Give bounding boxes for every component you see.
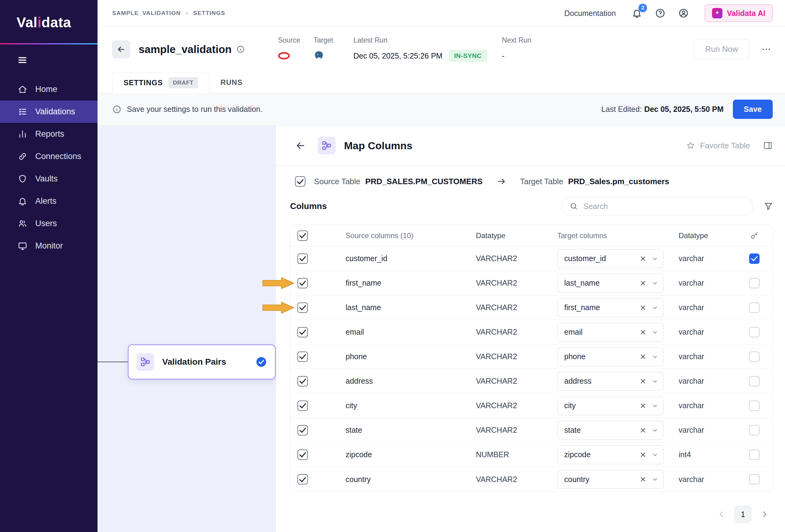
clear-icon[interactable]: [639, 377, 647, 385]
tab-settings[interactable]: SETTINGS DRAFT: [112, 72, 209, 93]
target-column-dropdown[interactable]: city: [557, 396, 664, 415]
sidebar-item-connections[interactable]: Connections: [0, 145, 98, 168]
key-checkbox[interactable]: [749, 327, 760, 338]
chevron-down-icon[interactable]: [652, 304, 658, 311]
key-checkbox[interactable]: [749, 302, 760, 313]
documentation-link[interactable]: Documentation: [564, 9, 616, 18]
row-select-checkbox[interactable]: [298, 450, 308, 460]
row-select-checkbox[interactable]: [298, 401, 308, 411]
target-column-dropdown[interactable]: phone: [557, 347, 664, 366]
chevron-down-icon[interactable]: [652, 255, 658, 262]
tab-runs[interactable]: RUNS: [209, 72, 254, 93]
user-account-icon[interactable]: [678, 8, 689, 18]
target-column-dropdown[interactable]: country: [557, 470, 664, 489]
key-checkbox[interactable]: [749, 254, 760, 264]
row-select-checkbox[interactable]: [298, 302, 308, 313]
search-input[interactable]: [584, 202, 745, 211]
source-datatype: VARCHAR2: [476, 278, 557, 288]
target-column-dropdown[interactable]: email: [557, 323, 664, 342]
target-column-dropdown[interactable]: zipcode: [557, 445, 664, 464]
oracle-icon: [278, 49, 313, 62]
key-checkbox[interactable]: [749, 401, 760, 411]
table-pair-checkbox[interactable]: [295, 176, 305, 187]
next-page-icon[interactable]: [760, 510, 769, 519]
target-column-dropdown[interactable]: address: [557, 372, 664, 391]
collapse-panel-icon[interactable]: [763, 141, 773, 151]
previous-page-icon[interactable]: [717, 510, 726, 519]
clear-icon[interactable]: [639, 451, 647, 458]
filter-icon[interactable]: [763, 201, 774, 211]
source-column-name: address: [315, 377, 476, 385]
key-checkbox[interactable]: [749, 376, 760, 387]
clear-icon[interactable]: [639, 427, 647, 434]
chevron-down-icon[interactable]: [652, 378, 658, 384]
sidebar-item-reports[interactable]: Reports: [0, 123, 98, 145]
clear-icon[interactable]: [639, 476, 647, 483]
validata-logo: Validata: [17, 14, 71, 31]
target-label: Target: [313, 36, 353, 45]
row-select-checkbox[interactable]: [298, 278, 308, 288]
back-button[interactable]: [112, 41, 130, 58]
key-checkbox[interactable]: [749, 474, 760, 484]
save-button[interactable]: Save: [733, 100, 773, 119]
chevron-down-icon[interactable]: [652, 476, 658, 483]
key-checkbox[interactable]: [749, 425, 760, 435]
info-icon[interactable]: [236, 45, 245, 53]
help-icon[interactable]: [655, 8, 665, 18]
topbar-icons: 2: [632, 8, 689, 18]
tab-label: SETTINGS: [124, 78, 163, 87]
sidebar-item-vaults[interactable]: Vaults: [0, 168, 98, 190]
target-column-dropdown[interactable]: first_name: [557, 298, 664, 317]
target-column-dropdown[interactable]: last_name: [557, 274, 664, 293]
chevron-down-icon[interactable]: [652, 427, 658, 434]
favorite-table-button[interactable]: Favorite Table: [686, 141, 750, 151]
row-select-checkbox[interactable]: [298, 254, 308, 264]
validation-pairs-node[interactable]: Validation Pairs: [128, 344, 276, 379]
table-row: address VARCHAR2 address varchar: [290, 369, 773, 394]
key-icon: [736, 231, 773, 240]
chevron-down-icon[interactable]: [652, 353, 658, 360]
clear-icon[interactable]: [639, 402, 647, 409]
target-datatype: varchar: [679, 377, 736, 385]
clear-icon[interactable]: [639, 353, 647, 361]
sidebar-item-users[interactable]: Users: [0, 212, 98, 235]
clear-icon[interactable]: [639, 255, 647, 262]
target-column-value: email: [564, 327, 639, 337]
pagination: 1: [276, 506, 769, 523]
notifications-bell-icon[interactable]: 2: [632, 8, 642, 18]
clear-icon[interactable]: [639, 304, 647, 311]
clear-icon[interactable]: [639, 280, 647, 287]
panel-back-arrow[interactable]: [295, 140, 306, 151]
target-column-dropdown[interactable]: customer_id: [557, 249, 664, 268]
validata-ai-button[interactable]: Validata AI: [705, 4, 773, 22]
sidebar-item-home[interactable]: Home: [0, 78, 98, 101]
row-select-checkbox[interactable]: [298, 376, 308, 387]
run-now-button[interactable]: Run Now: [694, 39, 750, 59]
chevron-down-icon[interactable]: [652, 280, 658, 287]
chevron-down-icon[interactable]: [652, 329, 658, 336]
sidebar-item-alerts[interactable]: Alerts: [0, 190, 98, 212]
star-icon: [686, 141, 695, 150]
table-row: zipcode NUMBER zipcode int4: [290, 443, 773, 467]
chevron-down-icon[interactable]: [652, 451, 658, 458]
key-checkbox[interactable]: [749, 450, 760, 460]
row-select-checkbox[interactable]: [298, 351, 308, 362]
chevron-down-icon[interactable]: [652, 402, 658, 409]
row-select-checkbox[interactable]: [298, 327, 308, 338]
source-datatype: VARCHAR2: [476, 401, 557, 410]
breadcrumb-item[interactable]: SAMPLE_VALIDATION: [112, 10, 181, 17]
key-checkbox[interactable]: [749, 351, 760, 362]
more-options-icon[interactable]: [761, 44, 771, 55]
key-checkbox[interactable]: [749, 278, 760, 288]
row-select-checkbox[interactable]: [298, 474, 308, 484]
row-select-checkbox[interactable]: [298, 425, 308, 435]
hamburger-menu-icon[interactable]: [17, 55, 28, 65]
vaults-icon: [18, 174, 27, 184]
sidebar-item-validations[interactable]: Validations: [0, 101, 98, 123]
target-column-dropdown[interactable]: state: [557, 421, 664, 440]
page-number[interactable]: 1: [735, 506, 751, 523]
clear-icon[interactable]: [639, 328, 647, 336]
select-all-checkbox[interactable]: [298, 231, 308, 241]
sidebar-item-monitor[interactable]: Monitor: [0, 235, 98, 257]
breadcrumb-item[interactable]: SETTINGS: [193, 10, 225, 17]
